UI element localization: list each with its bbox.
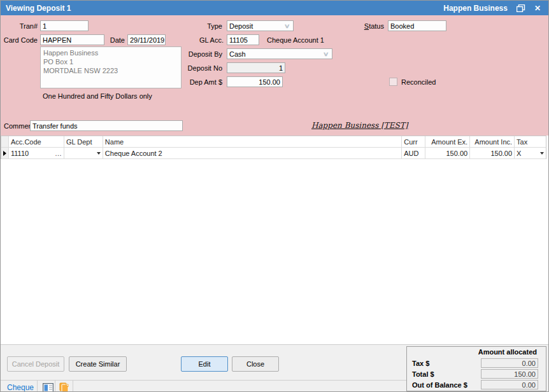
company-name: Happen Business — [443, 4, 508, 13]
type-value: Deposit — [229, 22, 253, 30]
tran-label: Tran# — [1, 22, 38, 30]
out-of-balance-label: Out of Balance $ — [412, 381, 467, 389]
tab-separator — [73, 381, 73, 392]
deposit-no-label: Deposit No — [173, 64, 222, 72]
tab-separator — [55, 381, 55, 392]
company-link[interactable]: Happen Business [TEST] — [311, 121, 408, 130]
deposit-by-label: Deposit By — [173, 50, 222, 58]
ellipsis-button[interactable]: … — [55, 151, 62, 156]
reconciled-checkbox[interactable] — [389, 78, 397, 86]
address-memo[interactable]: Happen Business PO Box 1 MORTDALE NSW 22… — [40, 46, 182, 88]
date-field[interactable]: 29/11/2019 — [127, 34, 166, 45]
tax-label: Tax $ — [412, 360, 429, 367]
titlebar: Viewing Deposit 1 Happen Business ✕ — [1, 1, 548, 15]
deposit-window: Viewing Deposit 1 Happen Business ✕ Tran… — [0, 0, 549, 392]
dropdown-icon[interactable] — [97, 152, 101, 155]
status-field[interactable]: Booked — [388, 20, 446, 31]
tab-report-preview[interactable] — [41, 382, 55, 392]
cell-name[interactable]: Cheque Account 2 — [103, 148, 402, 159]
grid-indicator-header — [1, 136, 9, 148]
chevron-down-icon: ∨ — [323, 51, 331, 57]
report-preview-icon — [43, 383, 53, 392]
amount-in-words: One Hundred and Fifty Dollars only — [43, 92, 152, 100]
copy-documents-icon — [59, 382, 71, 392]
out-of-balance-value: 0.00 — [481, 380, 538, 389]
cell-amount-inc[interactable]: 150.00 — [470, 148, 515, 159]
restore-icon — [517, 4, 525, 12]
chevron-down-icon: ∨ — [284, 23, 292, 29]
close-icon: ✕ — [534, 4, 541, 13]
address-line: MORTDALE NSW 2223 — [43, 66, 178, 75]
deposit-no-field[interactable]: 1 — [227, 62, 285, 73]
cell-acc-code[interactable]: 11110 … — [9, 148, 64, 159]
tab-separator — [37, 381, 38, 392]
tab-copy-documents[interactable] — [57, 382, 73, 392]
create-similar-button[interactable]: Create Similar — [69, 356, 127, 372]
col-header-tax[interactable]: Tax — [515, 136, 546, 148]
col-header-curr[interactable]: Curr — [402, 136, 425, 148]
cancel-deposit-button[interactable]: Cancel Deposit — [7, 356, 64, 372]
dep-amt-label: Dep Amt $ — [173, 78, 222, 86]
deposit-by-combo[interactable]: Cash ∨ — [227, 48, 332, 59]
tab-cheque[interactable]: Cheque — [7, 383, 34, 392]
col-header-acc-code[interactable]: Acc.Code — [9, 136, 64, 148]
gl-acc-name: Cheque Account 1 — [267, 36, 324, 44]
col-header-amount-inc[interactable]: Amount Inc. — [470, 136, 515, 148]
col-header-gl-dept[interactable]: GL Dept — [64, 136, 103, 148]
window-title: Viewing Deposit 1 — [1, 4, 71, 13]
card-code-label: Card Code — [1, 36, 38, 44]
restore-button[interactable] — [517, 4, 525, 12]
total-label: Total $ — [412, 370, 434, 378]
gl-acc-label: GL Acc. — [185, 36, 224, 44]
type-label: Type — [185, 22, 222, 30]
dep-amt-field[interactable]: 150.00 — [227, 76, 283, 87]
tran-field[interactable]: 1 — [40, 20, 89, 31]
cell-tax[interactable]: X — [515, 148, 546, 159]
cell-amount-ex[interactable]: 150.00 — [425, 148, 470, 159]
amount-allocated-header: Amount allocated — [478, 348, 537, 356]
allocation-grid: Acc.Code GL Dept Name Curr Amount Ex. Am… — [1, 136, 546, 159]
total-value: 150.00 — [481, 369, 538, 379]
table-row[interactable]: 11110 … Cheque Account 2 AUD 150.00 150.… — [1, 148, 546, 159]
cell-gl-dept[interactable] — [64, 148, 103, 159]
cell-curr[interactable]: AUD — [402, 148, 425, 159]
address-line: Happen Business — [43, 48, 178, 57]
grid-header-row: Acc.Code GL Dept Name Curr Amount Ex. Am… — [1, 136, 546, 148]
current-row-icon — [3, 151, 6, 156]
dropdown-icon[interactable] — [540, 152, 544, 155]
close-button-footer[interactable]: Close — [232, 356, 279, 372]
row-indicator — [1, 148, 9, 159]
col-header-amount-ex[interactable]: Amount Ex. — [425, 136, 470, 148]
address-line: PO Box 1 — [43, 57, 178, 66]
close-button[interactable]: ✕ — [534, 4, 541, 13]
deposit-form: Tran# 1 Type Deposit ∨ Status Booked Car… — [1, 15, 549, 136]
deposit-by-value: Cash — [229, 50, 246, 58]
edit-button[interactable]: Edit — [181, 356, 228, 372]
footer-divider — [1, 380, 406, 381]
date-label: Date — [93, 36, 125, 44]
type-combo[interactable]: Deposit ∨ — [227, 20, 294, 31]
amount-allocated-panel: Amount allocated Tax $ 0.00 Total $ 150.… — [406, 346, 546, 391]
status-label: Status — [345, 22, 384, 30]
reconciled-label: Reconciled — [401, 78, 436, 86]
col-header-name[interactable]: Name — [103, 136, 402, 148]
gl-acc-field[interactable]: 11105 — [227, 34, 259, 45]
comment-field[interactable]: Transfer funds — [30, 120, 183, 131]
tax-value: 0.00 — [481, 358, 538, 368]
